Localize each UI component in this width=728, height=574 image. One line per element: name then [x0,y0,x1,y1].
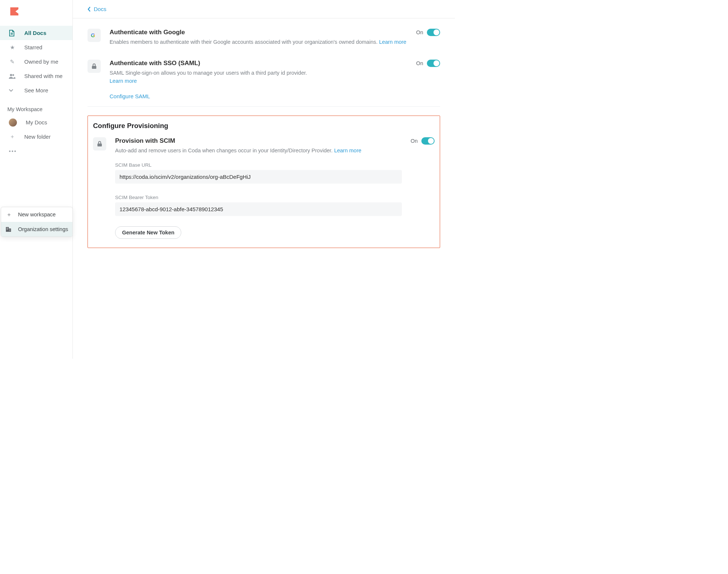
setting-desc: Enables members to authenticate with the… [110,38,407,46]
toggle-scim[interactable] [421,137,435,145]
avatar [9,118,17,127]
setting-title: Authenticate with SSO (SAML) [110,60,407,67]
menu-item-label: Organization settings [18,226,68,232]
setting-desc: Auto-add and remove users in Coda when c… [115,147,402,155]
provisioning-section: Configure Provisioning Provision with SC… [88,116,440,248]
toggle-sso-auth[interactable] [427,60,440,67]
plus-icon: ＋ [9,133,15,140]
app-logo[interactable] [10,7,18,15]
plus-icon: ＋ [6,211,12,218]
sidebar-item-label: See More [24,87,48,93]
svg-rect-11 [97,144,102,146]
lock-icon [88,60,101,73]
sidebar-item-see-more[interactable]: See More [0,83,72,98]
sidebar-item-label: All Docs [24,30,46,36]
sidebar-item-label: Owned by me [24,59,58,65]
star-icon: ★ [9,44,15,51]
sidebar-item-label: Shared with me [24,73,63,79]
workspace-menu-popup: ＋ New workspace Organization settings [1,207,73,237]
sidebar-item-more[interactable]: ••• [0,144,72,158]
learn-more-link[interactable]: Learn more [334,148,361,153]
setting-google-auth: G Authenticate with Google Enables membe… [88,29,440,46]
scim-url-label: SCIM Base URL [115,162,402,168]
lock-icon [93,137,106,150]
setting-title: Authenticate with Google [110,29,407,36]
chevron-left-icon [88,7,91,12]
sidebar-item-starred[interactable]: ★ Starred [0,40,72,54]
sidebar-item-label: Starred [24,44,42,50]
chevron-down-icon [9,89,15,92]
toggle-google-auth[interactable] [427,29,440,36]
scim-token-label: SCIM Bearer Token [115,195,402,200]
svg-rect-4 [7,228,7,228]
setting-scim: Provision with SCIM Auto-add and remove … [93,137,435,239]
svg-rect-8 [10,229,10,230]
svg-rect-5 [8,228,8,228]
configure-saml-link[interactable]: Configure SAML [110,93,150,99]
sidebar-item-owned[interactable]: ✎ Owned by me [0,54,72,69]
building-icon [6,226,12,232]
ellipsis-icon: ••• [9,148,15,154]
people-icon [9,74,15,79]
menu-item-new-workspace[interactable]: ＋ New workspace [1,207,72,222]
sidebar-item-new-folder[interactable]: ＋ New folder [0,130,72,144]
learn-more-link[interactable]: Learn more [110,78,137,84]
svg-rect-7 [8,229,8,230]
google-icon: G [88,29,101,42]
sidebar-item-label: My Docs [26,119,47,125]
svg-point-0 [10,74,12,76]
menu-item-org-settings[interactable]: Organization settings [1,222,72,237]
toggle-state-label: On [411,138,418,144]
doc-icon [9,30,15,36]
svg-point-1 [13,74,14,76]
setting-sso-auth: Authenticate with SSO (SAML) SAML Single… [88,60,440,100]
learn-more-link[interactable]: Learn more [379,39,406,45]
toggle-state-label: On [416,60,423,66]
sidebar-item-label: New folder [24,134,51,140]
toggle-state-label: On [416,29,423,35]
menu-item-label: New workspace [18,212,56,217]
scim-token-value[interactable]: 12345678-abcd-9012-abfe-345789012345 [115,202,402,216]
divider [88,106,440,107]
sidebar-item-my-docs[interactable]: My Docs [0,115,72,130]
svg-rect-3 [9,228,11,232]
pencil-icon: ✎ [9,59,15,65]
main-content: Docs G Authenticate with Google Enables … [73,0,455,359]
setting-title: Provision with SCIM [115,137,402,145]
sidebar: All Docs ★ Starred ✎ Owned by me Shared … [0,0,73,359]
svg-rect-10 [92,66,96,69]
breadcrumb-label: Docs [94,6,106,12]
workspace-heading: My Workspace [0,98,72,115]
sidebar-item-shared[interactable]: Shared with me [0,69,72,83]
svg-rect-9 [10,230,10,231]
breadcrumb-back[interactable]: Docs [73,0,455,18]
svg-rect-6 [7,229,7,230]
sidebar-item-all-docs[interactable]: All Docs [0,26,72,40]
setting-desc: SAML Single-sign-on allows you to manage… [110,69,407,85]
scim-url-value[interactable]: https://coda.io/scim/v2/organizations/or… [115,170,402,184]
svg-rect-2 [6,227,9,232]
generate-token-button[interactable]: Generate New Token [115,226,181,239]
section-title: Configure Provisioning [93,122,435,130]
